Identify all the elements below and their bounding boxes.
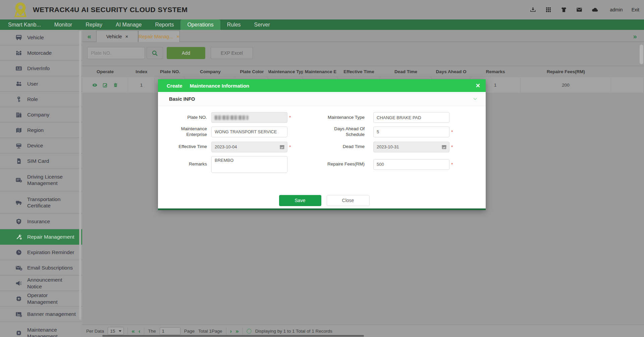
sidebar-item-driverinfo[interactable]: DriverInfo [0, 61, 82, 76]
effective-time-datepicker[interactable] [211, 142, 287, 152]
shield-icon [15, 218, 22, 225]
section-title: Basic INFO [169, 96, 195, 102]
sidebar-item-sim-card[interactable]: SIM Card [0, 153, 82, 169]
remarks-label: Remarks [163, 161, 207, 167]
plate-no-label: Plate NO. [163, 115, 207, 121]
sidebar-scrollbar[interactable] [79, 31, 81, 320]
sim-card-icon [15, 157, 22, 165]
gear-icon [15, 329, 22, 337]
tabs-collapse-left-icon[interactable]: « [85, 33, 94, 40]
tabs-collapse-right-icon[interactable]: » [631, 33, 639, 40]
sidebar-item-label: DriverInfo [27, 65, 50, 71]
sidebar-item-vehicle[interactable]: Vehicle [0, 30, 82, 45]
sidebar-item-email-subscriptions[interactable]: Email Subscriptions [0, 260, 82, 276]
remarks-textarea[interactable]: BREMBO [211, 156, 287, 173]
tab-vehicle[interactable]: Vehicle × [96, 31, 138, 42]
nav-item-monitor[interactable]: Monitor [48, 19, 79, 30]
horizontal-scrollbar[interactable] [102, 335, 364, 337]
sidebar-item-company[interactable]: Company [0, 107, 82, 123]
sidebar-item-label: Maintenance Management [27, 327, 78, 337]
sidebar-item-motorcade[interactable]: Motorcade [0, 45, 82, 61]
sidebar-item-label: Email Subscriptions [27, 264, 73, 271]
building-icon [15, 111, 22, 118]
form-row-3: Effective Time * Dead Time [163, 142, 486, 152]
view-icon[interactable] [92, 82, 98, 88]
nav-item-operations[interactable]: Operations [180, 19, 220, 30]
next-page-button[interactable]: › [230, 328, 232, 334]
nav-item-replay[interactable]: Replay [79, 19, 109, 30]
dead-time-input[interactable] [373, 142, 449, 152]
nav-item-reports[interactable]: Reports [148, 19, 180, 30]
maintenance-type-input[interactable] [373, 112, 449, 123]
days-ahead-label: Days Ahead Of Schedule [314, 126, 365, 138]
cloud-icon[interactable] [591, 6, 598, 13]
last-page-button[interactable]: » [235, 328, 238, 334]
bus-icon [15, 34, 22, 41]
dead-time-datepicker[interactable] [373, 142, 449, 152]
image-gear-icon [15, 310, 22, 318]
sidebar-item-region[interactable]: Region [0, 123, 82, 138]
plate-no-input[interactable] [211, 112, 287, 123]
nav-item-rules[interactable]: Rules [220, 19, 248, 30]
close-button[interactable]: Close [327, 195, 370, 206]
divider [127, 328, 128, 334]
download-icon[interactable] [530, 6, 536, 13]
sidebar-item-transportation-certificate[interactable]: Transportation Certificate [0, 191, 82, 214]
clock-icon [15, 249, 22, 256]
filler-cell [611, 77, 644, 93]
exp-excel-button[interactable]: EXP Excel [211, 47, 253, 59]
sidebar-item-device[interactable]: Device [0, 138, 82, 153]
effective-time-input[interactable] [211, 142, 287, 152]
sidebar-item-banner-management[interactable]: Banner management [0, 306, 82, 322]
sidebar-item-label: Vehicle [27, 34, 44, 41]
days-ahead-input[interactable] [373, 127, 449, 137]
sidebar-item-maintenance-management[interactable]: Maintenance Management [0, 322, 82, 337]
edit-icon[interactable] [102, 82, 108, 88]
per-page-select[interactable]: 15 [108, 327, 124, 335]
basic-info-section-header[interactable]: Basic INFO [158, 92, 486, 106]
sidebar-item-label: Banner management [27, 311, 76, 317]
loading-spinner-icon [247, 329, 252, 334]
add-button[interactable]: Add [167, 47, 205, 59]
per-page-value: 15 [110, 329, 115, 334]
page-number-input[interactable] [160, 327, 180, 335]
repaire-fees-input[interactable] [373, 159, 449, 170]
col-filler [611, 66, 644, 77]
search-button[interactable] [147, 47, 163, 59]
prev-page-button[interactable]: ‹ [139, 328, 141, 334]
tab-repair-management[interactable]: Repair Manag... × [138, 31, 180, 42]
tab-close-icon[interactable]: × [125, 34, 128, 39]
sidebar-item-role[interactable]: Role [0, 92, 82, 107]
sidebar-item-driving-license-management[interactable]: Driving License Management [0, 169, 82, 191]
sidebar-item-operator-management[interactable]: Operator Management [0, 291, 82, 306]
nav-item-smart-kanban[interactable]: Smart Kanb... [1, 19, 48, 30]
calendar-icon [441, 144, 447, 150]
required-marker: * [289, 115, 294, 120]
mail-icon[interactable] [576, 6, 583, 13]
sidebar-item-announcement-notice[interactable]: Announcement Notice [0, 276, 82, 291]
current-user[interactable]: admin [610, 7, 623, 12]
maintenance-enterprise-input[interactable] [211, 127, 287, 137]
delete-icon[interactable] [113, 82, 118, 88]
map-icon [15, 127, 22, 134]
sidebar-item-user[interactable]: User [0, 76, 82, 92]
tab-close-icon[interactable]: × [176, 34, 179, 39]
index-cell: 1 [128, 77, 155, 93]
sidebar-item-expiration-reminder[interactable]: Expiration Reminder [0, 245, 82, 260]
repaire-fees-label: Repaire Fees(RM) [314, 161, 365, 167]
close-icon[interactable]: ✕ [476, 82, 480, 89]
motorcade-icon [15, 49, 22, 57]
col-effective-time: Effective Time [338, 66, 380, 77]
exit-link[interactable]: Exit [632, 7, 639, 12]
tab-strip: « Vehicle × Repair Manag... × » [82, 30, 644, 42]
plate-no-search-input[interactable] [87, 47, 145, 59]
nav-item-server[interactable]: Server [248, 19, 277, 30]
vertical-scrollbar[interactable] [640, 45, 643, 64]
nav-item-ai-manage[interactable]: AI Manage [109, 19, 148, 30]
sidebar-item-insurance[interactable]: Insurance [0, 214, 82, 229]
apps-grid-icon[interactable] [545, 6, 552, 13]
first-page-button[interactable]: « [131, 328, 135, 334]
save-button[interactable]: Save [279, 195, 321, 206]
tshirt-icon[interactable] [560, 6, 567, 13]
sidebar-item-repair-management[interactable]: Repair Management [0, 229, 82, 245]
